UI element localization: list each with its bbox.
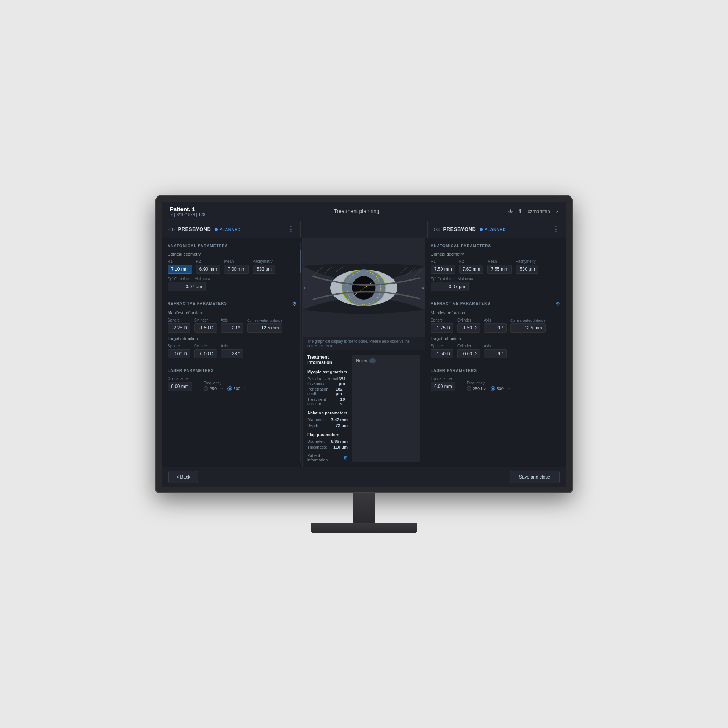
od-tab-menu-icon[interactable]: ⋮	[287, 225, 295, 234]
od-freq-500-label: 500 Hz	[234, 386, 247, 391]
os-r1-field: R1 7.50 mm	[431, 259, 455, 274]
od-r2-label: R2	[196, 259, 221, 264]
os-sphere-field: Sphere -1.75 D	[431, 318, 453, 333]
patient-info-expand-icon[interactable]: ⊞	[344, 455, 348, 460]
od-status-dot	[215, 228, 218, 231]
od-corneal-geometry-label: Corneal geometry	[168, 252, 297, 256]
os-freq-500-radio[interactable]	[491, 386, 495, 391]
od-z40-value[interactable]: -0.07 μm	[168, 282, 206, 291]
od-freq-500-radio[interactable]	[228, 386, 232, 391]
od-target-cylinder-value[interactable]: 0.00 D	[194, 349, 217, 358]
os-optical-zone-value[interactable]: 6.00 mm	[431, 382, 455, 391]
os-r1-value[interactable]: 7.50 mm	[431, 265, 455, 274]
od-mean-field: Mean 7.00 mm	[224, 259, 249, 274]
od-r1-value[interactable]: 7.10 mm	[168, 265, 192, 274]
od-sphere-field: Sphere -2.25 D	[168, 318, 190, 333]
back-button[interactable]: < Back	[168, 471, 198, 483]
monitor-stand-base	[311, 523, 417, 533]
od-r1-label: R1	[168, 259, 192, 264]
os-z40-field: Z(4,0) at 6 mm: Malacara -0.07 μm	[431, 277, 560, 291]
od-eye-label: OD	[168, 227, 175, 232]
od-mean-value[interactable]: 7.00 mm	[224, 265, 249, 274]
od-axis-value[interactable]: 23 °	[221, 323, 243, 333]
od-cylinder-value[interactable]: -1.50 D	[194, 323, 217, 333]
od-freq-500[interactable]: 500 Hz	[228, 386, 247, 391]
chevron-right-icon[interactable]: ›	[556, 208, 558, 215]
treatment-area: Treatment information Myopic astigmatism…	[303, 350, 425, 467]
os-cylinder-value[interactable]: -1.50 D	[457, 323, 480, 333]
od-target-axis-value[interactable]: 23 °	[221, 349, 243, 358]
notes-header: Notes 0	[356, 358, 417, 363]
svg-text:N: N	[422, 286, 424, 289]
ablation-depth-label: Depth:	[307, 423, 319, 428]
os-sphere-value[interactable]: -1.75 D	[431, 323, 453, 333]
os-freq-250-radio[interactable]	[467, 386, 471, 391]
footer: < Back Save and close	[162, 467, 566, 487]
od-scrollbar-thumb[interactable]	[300, 250, 301, 273]
os-freq-250-label: 250 Hz	[473, 386, 486, 391]
os-status-dot	[480, 228, 483, 231]
os-refractive-config-icon[interactable]: ⚙	[555, 301, 560, 307]
treatment-duration-label: Treatment duration:	[307, 397, 340, 406]
panel-od: ANATOMICAL PARAMETERS Corneal geometry R…	[162, 238, 303, 467]
save-close-button[interactable]: Save and close	[510, 471, 560, 483]
os-target-axis-value[interactable]: 9 °	[484, 349, 507, 358]
notes-title: Notes	[356, 358, 367, 363]
flap-thickness-row: Thickness: 110 μm	[307, 445, 348, 449]
settings-icon[interactable]: ☀	[508, 208, 513, 215]
od-pachy-value[interactable]: 533 μm	[253, 265, 275, 274]
svg-point-14	[352, 276, 376, 300]
od-r1-field: R1 7.10 mm	[168, 259, 192, 274]
os-refractive-section-row: REFRACTIVE PARAMETERS ⚙	[431, 301, 560, 307]
od-sphere-label: Sphere	[168, 318, 190, 322]
od-optical-zone-value[interactable]: 6.00 mm	[168, 382, 192, 391]
od-freq-250-radio[interactable]	[204, 386, 208, 391]
username: czmadmin	[527, 209, 550, 214]
od-sphere-value[interactable]: -2.25 D	[168, 323, 190, 333]
flap-thickness-label: Thickness:	[307, 445, 327, 449]
os-cylinder-field: Cylinder -1.50 D	[457, 318, 480, 333]
treatment-info-title: Treatment information	[307, 355, 348, 365]
os-target-cylinder-value[interactable]: 0.00 D	[457, 349, 480, 358]
od-target-cylinder-label: Cylinder	[194, 344, 217, 348]
os-corneal-geometry-label: Corneal geometry	[431, 252, 560, 256]
od-scrollbar-track[interactable]	[300, 242, 301, 463]
os-axis-value[interactable]: 9 °	[484, 323, 507, 333]
os-axis-field: Axis 9 °	[484, 318, 507, 333]
os-freq-250[interactable]: 250 Hz	[467, 386, 486, 391]
os-freq-500[interactable]: 500 Hz	[491, 386, 510, 391]
os-corneal-row: R1 7.50 mm R2 7.60 mm Mean 7.55 mm Pac	[431, 259, 560, 274]
os-tab-menu-icon[interactable]: ⋮	[552, 225, 560, 234]
eye-illustration: S I T N	[303, 238, 425, 337]
os-mean-value[interactable]: 7.55 mm	[487, 265, 512, 274]
os-r2-value[interactable]: 7.60 mm	[459, 265, 484, 274]
os-cylinder-label: Cylinder	[457, 318, 480, 322]
os-pachy-label: Pachymetry	[516, 259, 538, 264]
os-laser-row: Optical zone 6.00 mm Frequency 250 Hz	[431, 377, 560, 391]
patient-name: Patient, 1	[170, 206, 205, 212]
od-refractive-config-icon[interactable]: ⚙	[292, 301, 297, 307]
od-optical-zone-field: Optical zone 6.00 mm	[168, 377, 192, 391]
treatment-duration-row: Treatment duration: 10 s	[307, 397, 348, 406]
os-target-row: Sphere -1.50 D Cylinder 0.00 D Axis 9 °	[431, 344, 560, 358]
tab-os[interactable]: OS PRESBYOND PLANNED ⋮	[428, 221, 566, 238]
od-freq-250[interactable]: 250 Hz	[204, 386, 223, 391]
penetration-depth-row: Penetration depth: 182 μm	[307, 387, 348, 396]
od-refractive-header: REFRACTIVE PARAMETERS	[168, 301, 227, 306]
od-freq-250-label: 250 Hz	[210, 386, 223, 391]
tab-od[interactable]: OD PRESBYOND PLANNED ⋮	[162, 221, 301, 238]
od-r2-value[interactable]: 6.90 mm	[196, 265, 221, 274]
ablation-diameter-value: 7.47 mm	[331, 417, 348, 422]
od-target-sphere-value[interactable]: 0.00 D	[168, 349, 190, 358]
flap-thickness-value: 110 μm	[333, 445, 348, 449]
os-z40-value[interactable]: -0.07 μm	[431, 282, 469, 291]
info-icon[interactable]: ℹ	[519, 208, 521, 215]
ablation-diameter-row: Diameter: 7.47 mm	[307, 417, 348, 422]
od-target-sphere-label: Sphere	[168, 344, 190, 348]
os-pachy-value[interactable]: 530 μm	[516, 265, 538, 274]
os-target-sphere-value[interactable]: -1.50 D	[431, 349, 453, 358]
os-vertex-value[interactable]: 12.5 mm	[510, 323, 546, 333]
od-manifest-label: Manifest refraction	[168, 311, 297, 315]
od-vertex-value[interactable]: 12.5 mm	[247, 323, 282, 333]
header: Patient, 1 ♂ | 8/10/1978 | 128 Treatment…	[162, 202, 566, 221]
